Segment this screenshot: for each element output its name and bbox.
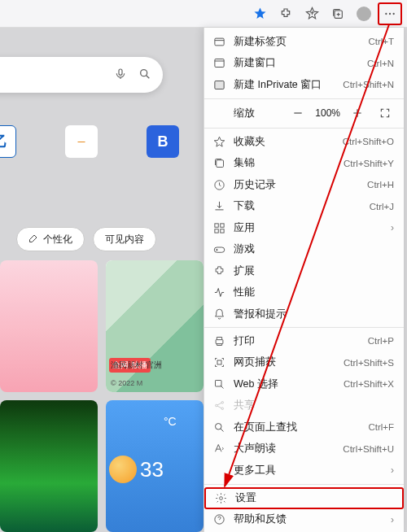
capture-icon (212, 356, 225, 369)
menu-apps[interactable]: 应用 › (204, 217, 404, 239)
profile-avatar[interactable] (352, 2, 376, 25)
menu-label: 应用 (234, 221, 255, 235)
menu-shortcut: Ctrl+Shift+N (343, 80, 394, 89)
zoom-in-button[interactable] (347, 102, 368, 124)
menu-moretools[interactable]: 更多工具 › (204, 460, 404, 482)
search-icon[interactable] (138, 68, 151, 83)
tile-3[interactable]: B (147, 125, 179, 158)
favorites-icon (212, 135, 225, 148)
zoom-out-button[interactable] (287, 102, 309, 124)
menu-label: 在页面上查找 (234, 421, 297, 434)
menu-new-tab[interactable]: 新建标签页 Ctrl+T (204, 31, 404, 53)
menu-shortcut: Ctrl+Shift+U (343, 444, 394, 454)
browser-toolbar (0, 0, 407, 28)
menu-shortcut: Ctrl+Shift+O (343, 137, 394, 146)
menu-games[interactable]: 游戏 (204, 238, 404, 260)
menu-downloads[interactable]: 下载 Ctrl+J (204, 195, 404, 217)
menu-print[interactable]: 打印 Ctrl+P (204, 330, 404, 352)
menu-shortcut: Ctrl+Shift+S (344, 358, 394, 368)
menu-webselect[interactable]: Web 选择 Ctrl+Shift+X (204, 373, 404, 395)
find-icon (212, 421, 225, 434)
extensions-icon[interactable] (274, 2, 298, 25)
menu-settings[interactable]: 设置 (204, 487, 404, 509)
help-icon (212, 513, 225, 526)
svg-rect-7 (214, 59, 223, 68)
history-icon (212, 178, 225, 191)
menu-separator (204, 98, 404, 99)
menu-label: 帮助和反馈 (234, 512, 287, 526)
svg-point-5 (141, 69, 147, 76)
personalize-pill[interactable]: 个性化 (16, 227, 85, 251)
feed-card-1[interactable] (0, 260, 98, 392)
zoom-label: 缩放 (234, 107, 255, 120)
svg-rect-17 (216, 340, 223, 344)
search-box[interactable] (0, 57, 163, 93)
menu-history[interactable]: 历史记录 Ctrl+H (204, 174, 404, 196)
visible-content-pill[interactable]: 可见内容 (93, 227, 156, 251)
menu-label: 扩展 (234, 264, 255, 278)
svg-rect-12 (214, 223, 217, 226)
fullscreen-button[interactable] (374, 102, 396, 124)
webselect-icon (212, 377, 225, 390)
menu-label: 警报和提示 (234, 307, 287, 321)
svg-rect-13 (220, 223, 223, 226)
menu-shortcut: Ctrl+H (367, 180, 394, 190)
readaloud-icon (212, 443, 225, 456)
chevron-right-icon: › (391, 514, 394, 525)
svg-point-2 (389, 12, 391, 14)
star-filled-icon[interactable] (247, 2, 272, 25)
menu-label: 更多工具 (234, 464, 276, 477)
menu-separator (204, 484, 404, 485)
games-icon (212, 243, 225, 256)
extensions-icon (212, 264, 225, 277)
menu-performance[interactable]: 性能 (204, 281, 404, 303)
menu-label: 集锦 (234, 156, 255, 170)
menu-label: 新建窗口 (234, 56, 276, 70)
svg-rect-9 (214, 81, 223, 89)
menu-favorites[interactable]: 收藏夹 Ctrl+Shift+O (204, 131, 404, 153)
feed-card-weather[interactable]: 33 °C (106, 400, 204, 532)
zoom-value: 100% (315, 107, 340, 119)
svg-point-1 (385, 12, 387, 14)
menu-label: 性能 (234, 286, 255, 299)
svg-point-3 (393, 12, 395, 14)
menu-label: Web 选择 (234, 377, 278, 391)
menu-label: 设置 (235, 491, 256, 505)
downloads-icon (212, 200, 225, 213)
feed-card-map[interactable]: 路况 全网 独播 渔民新村 官洲 © 2022 M (106, 260, 204, 392)
more-menu-button[interactable] (378, 2, 402, 25)
menu-shortcut: Ctrl+P (368, 336, 394, 346)
apps-icon (212, 221, 225, 234)
menu-alerts[interactable]: 警报和提示 (204, 303, 404, 325)
menu-label: 新建 InPrivate 窗口 (234, 78, 322, 92)
menu-label: 网页捕获 (234, 355, 276, 369)
tile-1[interactable]: 乙 (0, 125, 16, 158)
share-icon (212, 399, 225, 412)
collections-icon[interactable] (326, 2, 350, 25)
menu-new-window[interactable]: 新建窗口 Ctrl+N (204, 53, 404, 75)
menu-readaloud[interactable]: 大声朗读 Ctrl+Shift+U (204, 438, 404, 460)
app-menu: 新建标签页 Ctrl+T 新建窗口 Ctrl+N 新建 InPrivate 窗口… (204, 28, 404, 532)
menu-label: 打印 (234, 334, 255, 348)
svg-point-23 (215, 423, 221, 430)
weather-unit: °C (164, 415, 177, 428)
new-tab-icon (212, 35, 225, 48)
menu-capture[interactable]: 网页捕获 Ctrl+Shift+S (204, 352, 404, 374)
menu-collections[interactable]: 集锦 Ctrl+Shift+Y (204, 152, 404, 174)
menu-shortcut: Ctrl+J (370, 202, 394, 211)
weather-temp: 33 (140, 457, 164, 482)
tile-2[interactable]: — (65, 125, 98, 158)
svg-rect-15 (220, 229, 223, 232)
inprivate-icon (212, 78, 225, 91)
menu-separator (204, 128, 404, 129)
menu-new-inprivate[interactable]: 新建 InPrivate 窗口 Ctrl+Shift+N (204, 74, 404, 96)
menu-find[interactable]: 在页面上查找 Ctrl+F (204, 416, 404, 438)
feed-card-3[interactable] (0, 400, 98, 532)
favorites-icon[interactable] (300, 2, 324, 25)
menu-label: 历史记录 (234, 178, 276, 192)
menu-help[interactable]: 帮助和反馈 › (204, 509, 404, 531)
menu-shortcut: Ctrl+T (368, 37, 394, 46)
mic-icon[interactable] (114, 68, 127, 83)
menu-extensions[interactable]: 扩展 (204, 260, 404, 282)
svg-rect-4 (119, 69, 122, 75)
